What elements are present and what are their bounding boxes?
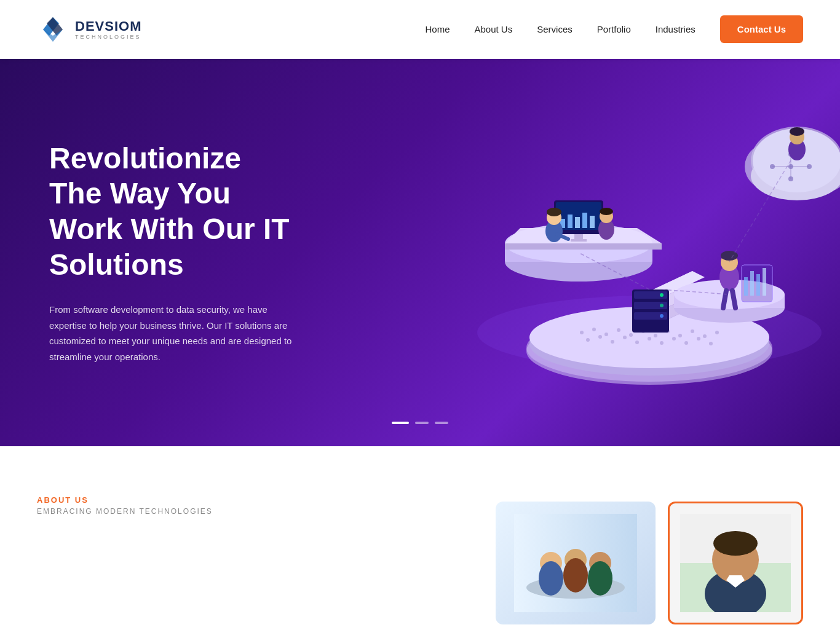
brand-sub: TECHNOLOGIES — [75, 34, 141, 40]
nav-item-industries[interactable]: Industries — [656, 24, 695, 35]
svg-rect-39 — [568, 215, 573, 228]
svg-point-100 — [539, 561, 563, 596]
svg-point-21 — [598, 335, 602, 339]
svg-rect-74 — [744, 277, 748, 296]
nav-item-about[interactable]: About Us — [475, 24, 513, 35]
svg-point-22 — [611, 340, 614, 344]
svg-point-18 — [703, 334, 707, 338]
svg-point-8 — [580, 331, 584, 334]
svg-point-20 — [586, 338, 590, 342]
svg-rect-41 — [582, 213, 587, 228]
logo[interactable]: DEVSIOM TECHNOLOGIES — [37, 14, 141, 45]
nav-item-home[interactable]: Home — [425, 24, 450, 35]
svg-point-47 — [547, 208, 561, 216]
svg-point-19 — [715, 331, 719, 334]
svg-point-87 — [807, 164, 812, 169]
slider-dots — [392, 422, 448, 424]
svg-point-14 — [654, 334, 657, 337]
svg-point-16 — [678, 334, 682, 337]
svg-point-17 — [691, 329, 694, 333]
svg-rect-42 — [590, 216, 595, 228]
hero-illustration — [459, 87, 840, 419]
svg-line-72 — [732, 291, 735, 308]
svg-point-9 — [592, 328, 596, 331]
hero-section: Revolutionize The Way You Work With Our … — [0, 59, 840, 446]
svg-line-71 — [723, 291, 726, 308]
svg-point-30 — [709, 342, 713, 345]
svg-rect-40 — [575, 217, 580, 228]
svg-point-102 — [563, 558, 588, 593]
svg-point-104 — [588, 561, 612, 596]
logo-text: DEVSIOM TECHNOLOGIES — [75, 19, 141, 40]
svg-point-89 — [788, 176, 793, 181]
nav-item-contact[interactable]: Contact Us — [720, 24, 803, 35]
iso-scene-svg — [459, 87, 840, 419]
nav-link-home[interactable]: Home — [425, 24, 450, 34]
nav-link-industries[interactable]: Industries — [656, 24, 695, 34]
svg-point-92 — [790, 127, 804, 136]
nav-link-portfolio[interactable]: Portfolio — [597, 24, 631, 34]
svg-point-28 — [684, 341, 688, 345]
svg-point-23 — [623, 336, 627, 339]
about-subtitle: EMBRACING MODERN TECHNOLOGIES — [37, 507, 332, 516]
slide-dot-2[interactable] — [415, 422, 429, 424]
svg-point-85 — [770, 164, 775, 169]
svg-point-11 — [617, 328, 620, 332]
about-portrait-svg — [680, 514, 791, 612]
nav-item-services[interactable]: Services — [537, 24, 573, 35]
hero-content: Revolutionize The Way You Work With Our … — [0, 92, 344, 414]
svg-point-60 — [660, 293, 664, 297]
about-left: ABOUT US EMBRACING MODERN TECHNOLOGIES — [37, 495, 332, 516]
brand-name: DEVSIOM — [75, 19, 141, 34]
about-image-main — [496, 502, 656, 624]
svg-point-25 — [648, 337, 651, 341]
logo-icon — [37, 14, 69, 45]
about-label: ABOUT US — [37, 495, 332, 505]
about-section: ABOUT US EMBRACING MODERN TECHNOLOGIES — [0, 446, 840, 630]
svg-point-10 — [604, 333, 608, 336]
svg-rect-43 — [574, 234, 583, 239]
contact-us-button[interactable]: Contact Us — [720, 15, 803, 43]
svg-point-26 — [660, 341, 664, 345]
svg-point-51 — [600, 208, 613, 215]
svg-rect-44 — [571, 239, 587, 242]
hero-title: Revolutionize The Way You Work With Our … — [49, 141, 295, 282]
about-image-portrait — [668, 502, 803, 624]
nav-link-about[interactable]: About Us — [475, 24, 513, 34]
svg-point-29 — [697, 337, 700, 341]
about-meeting-svg — [514, 514, 637, 612]
svg-point-86 — [788, 164, 793, 169]
svg-point-62 — [660, 304, 664, 307]
svg-point-64 — [660, 314, 664, 318]
slide-dot-1[interactable] — [392, 422, 409, 424]
hero-description: From software development to data securi… — [49, 302, 295, 364]
svg-rect-75 — [750, 271, 754, 296]
svg-point-24 — [635, 341, 639, 344]
nav-link-services[interactable]: Services — [537, 24, 573, 34]
svg-rect-77 — [763, 268, 766, 296]
svg-point-27 — [672, 337, 676, 341]
slide-dot-3[interactable] — [435, 422, 448, 424]
about-right — [369, 495, 803, 624]
svg-point-12 — [629, 333, 633, 337]
svg-marker-35 — [505, 243, 662, 250]
svg-rect-76 — [756, 274, 760, 296]
nav-item-portfolio[interactable]: Portfolio — [597, 24, 631, 35]
svg-point-109 — [713, 531, 758, 556]
nav-links: Home About Us Services Portfolio Industr… — [425, 24, 803, 35]
navbar: DEVSIOM TECHNOLOGIES Home About Us Servi… — [0, 0, 840, 59]
